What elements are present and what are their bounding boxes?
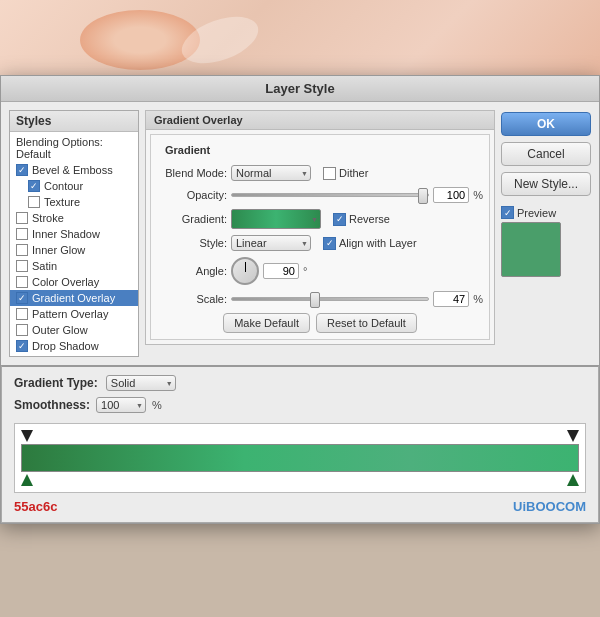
style-item-satin[interactable]: Satin (10, 258, 138, 274)
style-item-stroke[interactable]: Stroke (10, 210, 138, 226)
stop-marker-bottom-left[interactable] (21, 474, 33, 486)
align-layer-checkbox[interactable] (323, 237, 336, 250)
satin-checkbox[interactable] (16, 260, 28, 272)
inner-shadow-label: Inner Shadow (32, 228, 100, 240)
gradient-row: Gradient: Reverse (157, 209, 483, 229)
stop-marker-top-left[interactable] (21, 430, 33, 442)
stroke-checkbox[interactable] (16, 212, 28, 224)
opacity-slider-track (231, 193, 429, 197)
style-item-drop-shadow[interactable]: Drop Shadow (10, 338, 138, 354)
layer-style-dialog: Layer Style Styles Blending Options: Def… (0, 75, 600, 524)
gradient-overlay-checkbox[interactable] (16, 292, 28, 304)
angle-unit: ° (303, 265, 307, 277)
texture-checkbox[interactable] (28, 196, 40, 208)
styles-list: Blending Options: Default Bevel & Emboss… (10, 132, 138, 356)
align-layer-label: Align with Layer (339, 237, 417, 249)
pattern-overlay-checkbox[interactable] (16, 308, 28, 320)
dither-checkbox[interactable] (323, 167, 336, 180)
contour-label: Contour (44, 180, 83, 192)
opacity-unit: % (473, 189, 483, 201)
gradient-type-select[interactable]: Solid Noise (106, 375, 176, 391)
preview-area: Preview (501, 206, 591, 277)
gradient-inner-title: Gradient (157, 141, 483, 159)
ok-button[interactable]: OK (501, 112, 591, 136)
make-default-button[interactable]: Make Default (223, 313, 310, 333)
outer-glow-checkbox[interactable] (16, 324, 28, 336)
preview-checkbox[interactable] (501, 206, 514, 219)
blending-label: Blending Options: Default (16, 136, 132, 160)
color-overlay-checkbox[interactable] (16, 276, 28, 288)
watermark-row: 55ac6c UiBOOCOM (14, 499, 586, 514)
color-overlay-label: Color Overlay (32, 276, 99, 288)
gradient-type-label: Gradient Type: (14, 376, 98, 390)
scale-slider-thumb[interactable] (310, 292, 320, 308)
style-item-outer-glow[interactable]: Outer Glow (10, 322, 138, 338)
angle-input[interactable] (263, 263, 299, 279)
opacity-slider-container[interactable] (231, 189, 429, 201)
preview-label-text: Preview (517, 207, 556, 219)
gradient-editor: Gradient Type: Solid Noise Smoothness: 1… (1, 365, 599, 523)
blue-watermark: UiBOOCOM (513, 499, 586, 514)
opacity-label: Opacity: (157, 189, 227, 201)
gradient-stops-bottom (21, 474, 579, 486)
gradient-swatch[interactable] (231, 209, 321, 229)
gradient-bar[interactable] (21, 444, 579, 472)
gradient-label: Gradient: (157, 213, 227, 225)
style-item-inner-glow[interactable]: Inner Glow (10, 242, 138, 258)
style-item-texture[interactable]: Texture (10, 194, 138, 210)
reset-default-button[interactable]: Reset to Default (316, 313, 417, 333)
inner-glow-label: Inner Glow (32, 244, 85, 256)
smoothness-unit: % (152, 399, 162, 411)
drop-shadow-checkbox[interactable] (16, 340, 28, 352)
cancel-button[interactable]: Cancel (501, 142, 591, 166)
styles-panel-header: Styles (10, 111, 138, 132)
blend-mode-select-wrapper: Normal Multiply Screen Overlay (231, 165, 311, 181)
scale-row: Scale: % (157, 291, 483, 307)
style-item-color-overlay[interactable]: Color Overlay (10, 274, 138, 290)
gradient-swatch-wrapper (231, 209, 321, 229)
dialog-title: Layer Style (1, 76, 599, 102)
new-style-button[interactable]: New Style... (501, 172, 591, 196)
style-row: Style: Linear Radial Angle Reflected Dia… (157, 235, 483, 251)
style-item-blending[interactable]: Blending Options: Default (10, 134, 138, 162)
style-item-gradient-overlay[interactable]: Gradient Overlay (10, 290, 138, 306)
scale-input[interactable] (433, 291, 469, 307)
style-item-inner-shadow[interactable]: Inner Shadow (10, 226, 138, 242)
blend-mode-select[interactable]: Normal Multiply Screen Overlay (231, 165, 311, 181)
scale-label: Scale: (157, 293, 227, 305)
satin-label: Satin (32, 260, 57, 272)
stop-marker-bottom-right[interactable] (567, 474, 579, 486)
preview-label-row: Preview (501, 206, 556, 219)
style-item-pattern-overlay[interactable]: Pattern Overlay (10, 306, 138, 322)
gradient-editor-outer (14, 423, 586, 493)
gradient-overlay-label: Gradient Overlay (32, 292, 115, 304)
reverse-row: Reverse (333, 213, 390, 226)
stop-marker-top-right[interactable] (567, 430, 579, 442)
angle-label: Angle: (157, 265, 227, 277)
style-item-bevel[interactable]: Bevel & Emboss (10, 162, 138, 178)
blend-mode-label: Blend Mode: (157, 167, 227, 179)
preview-box (501, 222, 561, 277)
inner-shadow-checkbox[interactable] (16, 228, 28, 240)
scale-unit: % (473, 293, 483, 305)
contour-checkbox[interactable] (28, 180, 40, 192)
top-image-area (0, 0, 600, 75)
scale-slider-container[interactable] (231, 293, 429, 305)
smoothness-select-wrapper: 100 75 50 25 (96, 397, 146, 413)
style-label: Style: (157, 237, 227, 249)
reverse-checkbox[interactable] (333, 213, 346, 226)
bevel-checkbox[interactable] (16, 164, 28, 176)
gradient-overlay-group-title: Gradient Overlay (146, 111, 494, 130)
smoothness-select[interactable]: 100 75 50 25 (96, 397, 146, 413)
style-select[interactable]: Linear Radial Angle Reflected Diamond (231, 235, 311, 251)
style-item-contour[interactable]: Contour (10, 178, 138, 194)
opacity-input[interactable] (433, 187, 469, 203)
smoothness-label: Smoothness: (14, 398, 90, 412)
inner-glow-checkbox[interactable] (16, 244, 28, 256)
blend-mode-row: Blend Mode: Normal Multiply Screen Overl… (157, 165, 483, 181)
angle-dial[interactable] (231, 257, 259, 285)
smoothness-row: Smoothness: 100 75 50 25 % (14, 397, 586, 413)
opacity-slider-thumb[interactable] (418, 188, 428, 204)
align-layer-row: Align with Layer (323, 237, 417, 250)
texture-label: Texture (44, 196, 80, 208)
